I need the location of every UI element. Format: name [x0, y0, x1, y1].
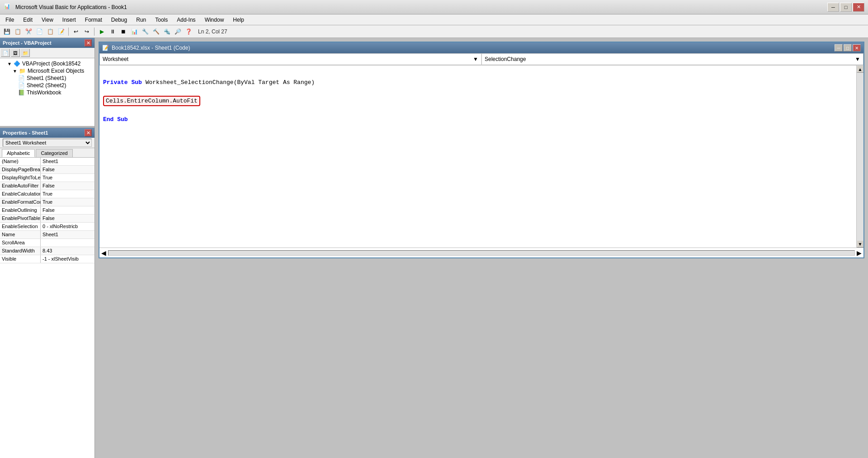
maximize-button[interactable]: □	[840, 3, 852, 12]
tree-thisworkbook-icon: 📗	[18, 89, 25, 96]
menu-item-format[interactable]: Format	[81, 16, 106, 24]
tree-sheet2-label: Sheet2 (Sheet2)	[27, 82, 66, 89]
project-toggle-folders-btn[interactable]: 📁	[21, 49, 30, 57]
props-value-0: Sheet1	[41, 158, 94, 165]
tree-item-excel-objects[interactable]: ▼ 📁 Microsoft Excel Objects	[2, 67, 93, 75]
properties-table: (Name)Sheet1DisplayPageBreakFalseDisplay…	[0, 158, 94, 458]
code-line-3: End Sub	[103, 115, 853, 124]
toolbar-button-8[interactable]: 🔨	[151, 27, 161, 37]
props-row-7[interactable]: EnablePivotTableFalse	[0, 215, 94, 223]
procedure-dropdown[interactable]: SelectionChange ▼	[481, 53, 863, 65]
code-footer: ◀ ▶	[99, 248, 863, 257]
code-window-title-bar: 📝 Book18542.xlsx - Sheet1 (Code) ─ □ ✕	[99, 42, 863, 53]
project-view-object-btn[interactable]: 🖼	[11, 49, 20, 57]
menu-item-file[interactable]: File	[2, 16, 18, 24]
props-name-1: DisplayPageBreak	[0, 166, 41, 173]
code-window-maximize[interactable]: □	[844, 44, 852, 51]
project-panel-header: Project - VBAProject ✕	[0, 38, 94, 48]
toolbar-redo-button[interactable]: ↪	[82, 27, 92, 37]
project-tree: ▼ 🔷 VBAProject (Book18542 ▼ 📁 Microsoft …	[0, 58, 94, 126]
tree-sheet1-label: Sheet1 (Sheet1)	[27, 75, 66, 81]
tree-item-thisworkbook[interactable]: 📗 ThisWorkbook	[2, 89, 93, 96]
props-name-4: EnableCalculation	[0, 190, 41, 198]
properties-panel-close[interactable]: ✕	[85, 129, 92, 136]
props-row-2[interactable]: DisplayRightToLefTrue	[0, 174, 94, 182]
code-footer-right-btn[interactable]: ▶	[857, 249, 862, 257]
props-name-7: EnablePivotTable	[0, 215, 41, 222]
procedure-dropdown-value: SelectionChange	[485, 56, 526, 62]
props-row-11[interactable]: StandardWidth8.43	[0, 247, 94, 255]
code-content-wrapper: Private Sub Worksheet_SelectionChange(By…	[99, 65, 863, 248]
code-line-2: Cells.EntireColumn.AutoFit	[103, 96, 853, 107]
props-row-5[interactable]: EnableFormatConTrue	[0, 198, 94, 206]
toolbar-button-2[interactable]: ✂️	[24, 27, 33, 37]
props-row-12[interactable]: Visible-1 - xlSheetVisib	[0, 255, 94, 263]
toolbar-help-button[interactable]: ❓	[184, 27, 193, 37]
props-row-0[interactable]: (Name)Sheet1	[0, 158, 94, 166]
app-icon: 📊	[4, 3, 12, 11]
menu-item-window[interactable]: Window	[201, 16, 228, 24]
tree-item-vbaproject[interactable]: ▼ 🔷 VBAProject (Book18542	[2, 60, 93, 67]
menu-item-debug[interactable]: Debug	[108, 16, 131, 24]
props-name-8: EnableSelection	[0, 223, 41, 230]
tab-alphabetic[interactable]: Alphabetic	[2, 149, 35, 157]
menu-item-tools[interactable]: Tools	[151, 16, 171, 24]
menu-item-insert[interactable]: Insert	[59, 16, 80, 24]
props-row-4[interactable]: EnableCalculationTrue	[0, 190, 94, 198]
project-panel-title: Project - VBAProject	[3, 40, 52, 46]
toolbar-button-9[interactable]: 🔩	[162, 27, 172, 37]
properties-object-select[interactable]: Sheet1 Worksheet	[3, 139, 92, 147]
toolbar-undo-button[interactable]: ↩	[71, 27, 81, 37]
toolbar-button-1[interactable]: 📋	[13, 27, 23, 37]
code-editor[interactable]: Private Sub Worksheet_SelectionChange(By…	[99, 65, 856, 248]
toolbar-button-6[interactable]: 📊	[129, 27, 139, 37]
scrollbar-down-btn[interactable]: ▼	[857, 240, 864, 248]
props-name-10: ScrollArea	[0, 239, 41, 247]
scrollbar-up-btn[interactable]: ▲	[857, 65, 864, 73]
title-bar: 📊 Microsoft Visual Basic for Application…	[0, 0, 868, 14]
props-value-6: False	[41, 206, 94, 214]
menu-item-help[interactable]: Help	[229, 16, 248, 24]
code-window-close[interactable]: ✕	[853, 44, 861, 51]
project-panel: Project - VBAProject ✕ 📄 🖼 📁 ▼ 🔷 VBAProj…	[0, 38, 94, 126]
props-row-10[interactable]: ScrollArea	[0, 239, 94, 247]
tree-excel-objects-label: Microsoft Excel Objects	[28, 68, 84, 74]
close-button[interactable]: ✕	[853, 3, 864, 12]
props-row-9[interactable]: NameSheet1	[0, 231, 94, 239]
properties-tabs: Alphabetic Categorized	[0, 148, 94, 158]
toolbar: 💾 📋 ✂️ 📄 📋 📝 ↩ ↪ ▶ ⏸ ⏹ 📊 🔧 🔨 🔩 🔎 ❓ Ln 2,…	[0, 25, 868, 38]
tree-item-sheet2[interactable]: 📄 Sheet2 (Sheet2)	[2, 82, 93, 89]
code-footer-left-btn[interactable]: ◀	[101, 249, 106, 257]
project-panel-close[interactable]: ✕	[85, 39, 92, 47]
properties-panel: Properties - Sheet1 ✕ Sheet1 Worksheet A…	[0, 128, 94, 458]
props-name-2: DisplayRightToLef	[0, 174, 41, 182]
menu-item-view[interactable]: View	[38, 16, 57, 24]
object-dropdown[interactable]: Worksheet ▼	[99, 53, 481, 65]
props-row-6[interactable]: EnableOutliningFalse	[0, 206, 94, 215]
props-row-3[interactable]: EnableAutoFilterFalse	[0, 182, 94, 190]
props-value-7: False	[41, 215, 94, 222]
toolbar-button-10[interactable]: 🔎	[173, 27, 183, 37]
props-value-2: True	[41, 174, 94, 182]
toolbar-button-3[interactable]: 📄	[34, 27, 44, 37]
minimize-button[interactable]: ─	[827, 3, 839, 12]
menu-item-run[interactable]: Run	[132, 16, 150, 24]
code-window-minimize[interactable]: ─	[835, 44, 843, 51]
project-view-code-btn[interactable]: 📄	[1, 49, 10, 57]
toolbar-button-5[interactable]: 📝	[56, 27, 66, 37]
tab-categorized[interactable]: Categorized	[36, 149, 72, 157]
title-bar-controls: ─ □ ✕	[827, 3, 864, 12]
toolbar-separator-1	[68, 28, 69, 36]
toolbar-run-button[interactable]: ▶	[97, 27, 107, 37]
tree-item-sheet1[interactable]: 📄 Sheet1 (Sheet1)	[2, 75, 93, 82]
toolbar-button-7[interactable]: 🔧	[140, 27, 150, 37]
props-row-1[interactable]: DisplayPageBreakFalse	[0, 166, 94, 174]
menu-item-edit[interactable]: Edit	[19, 16, 36, 24]
props-row-8[interactable]: EnableSelection0 - xlNoRestricb	[0, 223, 94, 231]
toolbar-pause-button[interactable]: ⏸	[108, 27, 118, 37]
menu-item-add-ins[interactable]: Add-Ins	[173, 16, 199, 24]
toolbar-save-button[interactable]: 💾	[2, 27, 12, 37]
toolbar-button-4[interactable]: 📋	[45, 27, 55, 37]
code-footer-scrollbar[interactable]	[108, 250, 855, 256]
toolbar-stop-button[interactable]: ⏹	[118, 27, 128, 37]
